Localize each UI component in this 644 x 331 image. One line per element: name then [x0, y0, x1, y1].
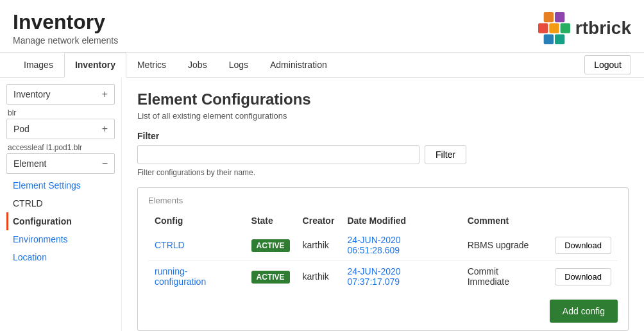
svg-rect-2: [560, 23, 570, 33]
sidebar-item-configuration: Configuration: [6, 212, 115, 230]
tab-administration[interactable]: Administration: [259, 53, 338, 77]
col-header-config: Config: [148, 212, 245, 230]
sidebar-item-location[interactable]: Location: [6, 248, 115, 266]
add-config-button[interactable]: Add config: [550, 300, 618, 323]
inventory-dropdown[interactable]: Inventory +: [6, 84, 115, 105]
col-header-creator: Creator: [296, 212, 341, 230]
state-badge-0: ACTIVE: [251, 239, 290, 252]
inventory-plus-icon: +: [102, 89, 108, 100]
svg-rect-4: [555, 12, 564, 22]
header: Inventory Manage network elements rtbric…: [0, 0, 644, 53]
header-title-block: Inventory Manage network elements: [13, 10, 118, 46]
element-dropdown-label: Element: [13, 158, 46, 169]
tab-logs[interactable]: Logs: [218, 53, 259, 77]
sidebar: Inventory + blr Pod + accessleaf l1.pod1…: [0, 78, 122, 331]
content-subtitle: List of all existing element configurati…: [137, 111, 629, 121]
tab-inventory[interactable]: Inventory: [64, 53, 126, 78]
filter-button[interactable]: Filter: [425, 145, 466, 164]
pod-plus-icon: +: [102, 123, 108, 135]
table-row: running-configuration ACTIVE karthik 24-…: [148, 261, 618, 293]
filter-hint: Filter configurations by their name.: [137, 168, 629, 177]
nav-tabs: Images Inventory Metrics Jobs Logs Admin…: [0, 53, 644, 78]
sidebar-item-environments[interactable]: Environments: [6, 230, 115, 248]
tab-jobs[interactable]: Jobs: [177, 53, 218, 77]
col-header-comment: Comment: [461, 212, 548, 230]
logout-button[interactable]: Logout: [584, 55, 631, 74]
config-link-0[interactable]: CTRLD: [155, 240, 185, 250]
logo: rtbrick: [538, 12, 631, 44]
content-title: Element Configurations: [137, 90, 629, 108]
element-dropdown[interactable]: Element −: [6, 153, 115, 174]
svg-rect-0: [538, 23, 548, 33]
col-header-state: State: [245, 212, 296, 230]
elements-table: Config State Creator Date Modified Comme…: [148, 212, 618, 292]
svg-rect-6: [555, 34, 564, 44]
filter-label: Filter: [137, 131, 629, 141]
creator-cell-0: karthik: [296, 230, 341, 261]
comment-cell-0: RBMS upgrade: [461, 230, 548, 261]
svg-rect-1: [549, 23, 559, 33]
elements-box: Elements Config State Creator Date Modif…: [137, 187, 629, 331]
logo-text: rtbrick: [575, 18, 631, 38]
tab-images[interactable]: Images: [13, 53, 64, 77]
pod-dropdown[interactable]: Pod +: [6, 119, 115, 139]
table-row: CTRLD ACTIVE karthik 24-JUN-2020 06:51:2…: [148, 230, 618, 261]
content-area: Element Configurations List of all exist…: [122, 78, 644, 331]
download-button-0[interactable]: Download: [555, 237, 611, 254]
config-link-1[interactable]: running-configuration: [155, 266, 206, 287]
inventory-dropdown-label: Inventory: [13, 89, 51, 99]
nav-tabs-list: Images Inventory Metrics Jobs Logs Admin…: [13, 53, 338, 77]
elements-box-title: Elements: [148, 196, 618, 205]
svg-rect-5: [543, 34, 553, 44]
page-subtitle: Manage network elements: [13, 35, 118, 46]
filter-input[interactable]: [137, 145, 419, 164]
main-layout: Inventory + blr Pod + accessleaf l1.pod1…: [0, 78, 644, 331]
state-badge-1: ACTIVE: [251, 271, 290, 284]
comment-cell-1: Commit Immediate: [461, 261, 548, 293]
pod-dropdown-label: Pod: [13, 124, 30, 134]
download-button-1[interactable]: Download: [555, 268, 611, 285]
tab-metrics[interactable]: Metrics: [126, 53, 177, 77]
date-link-0[interactable]: 24-JUN-2020 06:51:28.609: [347, 235, 400, 255]
filter-row: Filter: [137, 145, 629, 164]
element-minus-icon: −: [102, 158, 108, 169]
page-title: Inventory: [13, 10, 118, 34]
svg-rect-3: [543, 12, 553, 22]
date-link-1[interactable]: 24-JUN-2020 07:37:17.079: [347, 266, 400, 287]
creator-cell-1: karthik: [296, 261, 341, 293]
rtbrick-logo-icon: [538, 12, 570, 44]
sidebar-item-element-settings[interactable]: Element Settings: [6, 176, 115, 194]
sidebar-item-ctrld[interactable]: CTRLD: [6, 194, 115, 212]
col-header-action: [548, 212, 618, 230]
col-header-date-modified: Date Modified: [341, 212, 461, 230]
blr-label: blr: [8, 108, 115, 117]
element-path-label: accessleaf l1.pod1.blr: [8, 143, 115, 152]
